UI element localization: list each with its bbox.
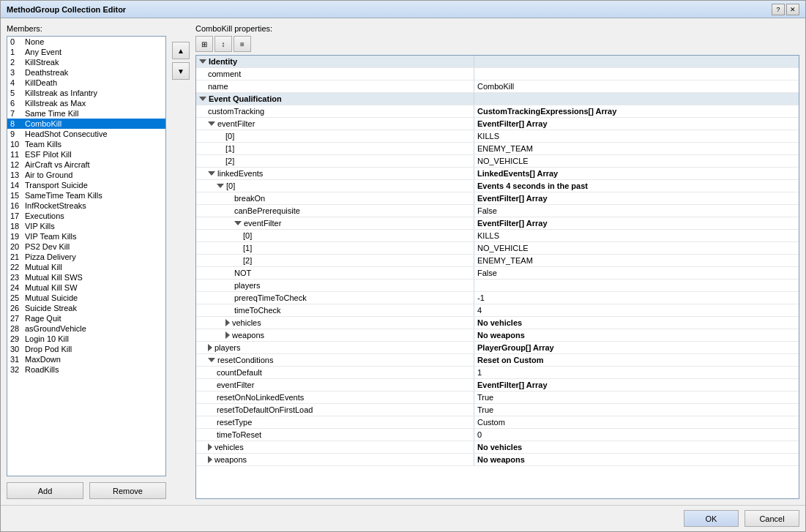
list-item[interactable]: 16InfRocketStreaks [7, 201, 165, 211]
categorize-button[interactable]: ⊞ [195, 36, 213, 52]
expand-icon[interactable] [217, 184, 224, 188]
expand-icon[interactable] [208, 456, 212, 463]
list-item[interactable]: 12AirCraft vs Aircraft [7, 160, 165, 170]
grid-row[interactable]: NOTFalse [196, 267, 799, 280]
member-name: Air to Ground [25, 171, 72, 179]
ok-button[interactable]: OK [684, 510, 739, 527]
cancel-button[interactable]: Cancel [745, 510, 799, 527]
list-item[interactable]: 20PS2 Dev Kill [7, 241, 165, 252]
grid-row[interactable]: [2]ENEMY_TEAM [196, 255, 799, 267]
move-down-button[interactable]: ▼ [172, 62, 190, 80]
list-item[interactable]: 5Killstreak as Infantry [7, 88, 165, 98]
list-item[interactable]: 31MaxDown [7, 354, 165, 364]
list-item[interactable]: 17Executions [7, 211, 165, 221]
grid-row[interactable]: breakOnEventFilter[] Array [196, 192, 799, 205]
list-item[interactable]: 4KillDeath [7, 78, 165, 88]
list-item[interactable]: 3Deathstreak [7, 67, 165, 78]
grid-row[interactable]: resetConditionsReset on Custom [196, 354, 799, 367]
close-button[interactable]: ✕ [786, 4, 799, 15]
list-item[interactable]: 10Team Kills [7, 139, 165, 149]
grid-row[interactable]: comment [196, 68, 799, 80]
members-list[interactable]: 0None1Any Event2KillStreak3Deathstreak4K… [7, 36, 166, 476]
expand-icon[interactable] [208, 443, 212, 451]
grid-row[interactable]: canBePrerequisiteFalse [196, 205, 799, 217]
list-item[interactable]: 32RoadKills [7, 364, 165, 375]
props-grid[interactable]: IdentitycommentnameComboKillEvent Qualif… [195, 55, 799, 499]
grid-row[interactable]: timeToReset0 [196, 429, 799, 441]
grid-row[interactable]: players [196, 280, 799, 292]
alphabetical-button[interactable]: ↕ [214, 36, 232, 52]
list-item[interactable]: 9HeadShot Consecutive [7, 129, 165, 139]
grid-row[interactable]: timeToCheck4 [196, 304, 799, 317]
grid-row[interactable]: [0]Events 4 seconds in the past [196, 180, 799, 192]
grid-row[interactable]: resetToDefaultOnFirstLoadTrue [196, 404, 799, 416]
grid-value-cell: EventFilter[] Array [474, 217, 799, 229]
list-item[interactable]: 18VIP Kills [7, 221, 165, 231]
help-button[interactable]: ? [772, 4, 785, 15]
list-item[interactable]: 15SameTime Team Kills [7, 190, 165, 201]
list-item[interactable]: 22Mutual Kill [7, 262, 165, 272]
grid-row[interactable]: nameComboKill [196, 80, 799, 93]
grid-row[interactable]: [2]NO_VEHICLE [196, 155, 799, 168]
add-button[interactable]: Add [7, 482, 83, 499]
list-item[interactable]: 1Any Event [7, 47, 165, 57]
expand-icon[interactable] [208, 344, 212, 351]
prop-label: timeToReset [217, 430, 261, 439]
list-item[interactable]: 19VIP Team Kills [7, 231, 165, 241]
grid-row[interactable]: resetTypeCustom [196, 416, 799, 429]
grid-value-cell: Reset on Custom [474, 354, 799, 366]
grid-row[interactable]: eventFilterEventFilter[] Array [196, 118, 799, 130]
grid-row[interactable]: Event Qualification [196, 93, 799, 105]
list-item[interactable]: 25Mutual Suicide [7, 293, 165, 303]
expand-icon[interactable] [225, 319, 230, 326]
list-item[interactable]: 30Drop Pod Kill [7, 344, 165, 354]
list-item[interactable]: 11ESF Pilot Kill [7, 149, 165, 160]
expand-icon[interactable] [234, 221, 242, 225]
grid-key-cell: [2] [196, 255, 474, 266]
move-up-button[interactable]: ▲ [172, 42, 190, 59]
grid-row[interactable]: weaponsNo weapons [196, 454, 799, 466]
grid-row[interactable]: customTrackingCustomTrackingExpressions[… [196, 105, 799, 118]
list-item[interactable]: 13Air to Ground [7, 170, 165, 180]
list-item[interactable]: 29Login 10 Kill [7, 334, 165, 344]
list-item[interactable]: 27Rage Quit [7, 313, 165, 323]
expand-icon[interactable] [199, 59, 206, 64]
expand-icon[interactable] [225, 331, 230, 339]
props-view-button[interactable]: ≡ [234, 36, 251, 52]
remove-button[interactable]: Remove [89, 482, 166, 499]
list-item[interactable]: 26Suicide Streak [7, 303, 165, 313]
list-item[interactable]: 2KillStreak [7, 57, 165, 67]
grid-value-cell: 0 [474, 429, 799, 441]
prop-label: weapons [214, 455, 247, 464]
grid-row[interactable]: [1]NO_VEHICLE [196, 242, 799, 255]
grid-row[interactable]: vehiclesNo vehicles [196, 317, 799, 329]
member-index: 25 [10, 293, 22, 302]
list-item[interactable]: 28asGroundVehicle [7, 323, 165, 334]
grid-row[interactable]: eventFilterEventFilter[] Array [196, 217, 799, 230]
grid-row[interactable]: linkedEventsLinkedEvents[] Array [196, 168, 799, 180]
grid-row[interactable]: eventFilterEventFilter[] Array [196, 379, 799, 391]
expand-icon[interactable] [208, 358, 215, 362]
grid-row[interactable]: [0]KILLS [196, 130, 799, 143]
list-item[interactable]: 6Killstreak as Max [7, 98, 165, 108]
grid-row[interactable]: prereqTimeToCheck-1 [196, 292, 799, 304]
list-item[interactable]: 0None [7, 37, 165, 47]
list-item[interactable]: 8ComboKill [7, 119, 165, 129]
expand-icon[interactable] [208, 121, 215, 126]
list-item[interactable]: 23Mutual Kill SWS [7, 272, 165, 282]
grid-row[interactable]: [0]KILLS [196, 230, 799, 242]
expand-icon[interactable] [199, 97, 206, 101]
grid-row[interactable]: vehiclesNo vehicles [196, 441, 799, 454]
grid-row[interactable]: weaponsNo weapons [196, 329, 799, 342]
expand-icon[interactable] [208, 171, 215, 176]
list-item[interactable]: 14Transport Suicide [7, 180, 165, 190]
list-item[interactable]: 21Pizza Delivery [7, 252, 165, 262]
grid-row[interactable]: Identity [196, 56, 799, 68]
grid-row[interactable]: countDefault1 [196, 367, 799, 379]
list-item[interactable]: 7Same Time Kill [7, 108, 165, 119]
member-name: Rage Quit [25, 314, 61, 323]
grid-row[interactable]: [1]ENEMY_TEAM [196, 143, 799, 155]
grid-row[interactable]: playersPlayerGroup[] Array [196, 342, 799, 354]
list-item[interactable]: 24Mutual Kill SW [7, 282, 165, 293]
grid-row[interactable]: resetOnNoLinkedEventsTrue [196, 391, 799, 404]
